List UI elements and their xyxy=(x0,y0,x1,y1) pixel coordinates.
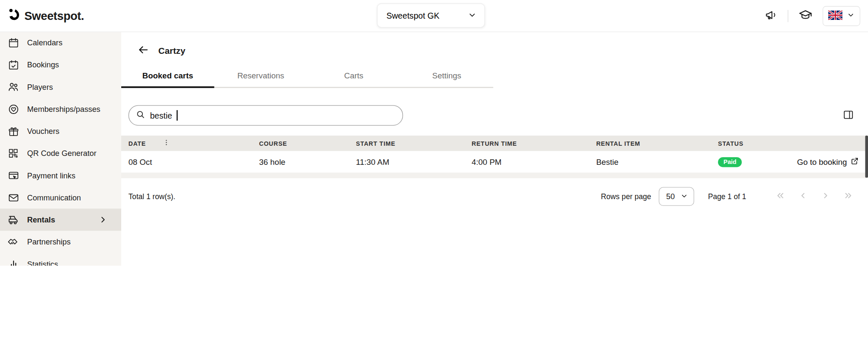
table-header-return-time: RETURN TIME xyxy=(472,140,596,147)
sweetspot-logo-icon xyxy=(7,8,21,24)
cell-status: Paid xyxy=(718,157,789,167)
organization-select-value: Sweetspot GK xyxy=(387,11,440,20)
payment-link-icon xyxy=(7,169,19,181)
table-row[interactable]: 08 Oct 36 hole 11:30 AM 4:00 PM Bestie P… xyxy=(121,151,868,173)
column-menu-button[interactable] xyxy=(160,139,172,148)
sidebar-item-label: Rentals xyxy=(27,215,55,224)
brand-name: Sweetspot. xyxy=(24,9,84,22)
announcements-button[interactable] xyxy=(762,6,780,25)
envelope-icon xyxy=(7,192,19,203)
sidebar-item-vouchers[interactable]: Vouchers xyxy=(0,120,121,142)
sidebar-item-label: Communication xyxy=(27,193,81,202)
sidebar-item-label: Players xyxy=(27,83,53,92)
table-header-course: COURSE xyxy=(259,140,356,147)
main-content: Cartzy Booked carts Reservations Carts S… xyxy=(121,31,868,266)
rentals-table: DATE COURSE START TIME RETURN TIME RENTA… xyxy=(121,136,868,178)
graduation-cap-icon xyxy=(798,8,812,24)
calendar-icon xyxy=(7,37,19,48)
sidebar-item-bookings[interactable]: Bookings xyxy=(0,54,121,76)
page-info-text: Page 1 of 1 xyxy=(708,192,746,201)
sidebar-item-rentals[interactable]: Rentals xyxy=(0,208,121,230)
sidebar-item-players[interactable]: Players xyxy=(0,76,121,98)
rows-per-page-select[interactable]: 50 xyxy=(659,187,694,205)
columns-icon xyxy=(843,109,854,122)
rows-per-page-label: Rows per page xyxy=(601,192,651,201)
search-input[interactable]: bestie xyxy=(128,105,403,125)
chevrons-left-icon xyxy=(775,190,786,203)
golf-cart-icon xyxy=(7,214,19,226)
table-header-status: STATUS xyxy=(718,140,789,147)
sidebar-item-communication[interactable]: Communication xyxy=(0,186,121,208)
academy-button[interactable] xyxy=(796,6,815,26)
toolbar: bestie xyxy=(121,105,868,125)
sidebar-item-qr-code-generator[interactable]: QR Code Generator xyxy=(0,142,121,164)
go-to-booking-label: Go to booking xyxy=(797,158,847,167)
uk-flag-icon xyxy=(828,10,843,21)
cell-return-time: 4:00 PM xyxy=(472,158,596,167)
table-scrollbar[interactable] xyxy=(865,136,868,178)
language-select[interactable] xyxy=(823,6,860,26)
handshake-icon xyxy=(7,236,19,248)
cell-date: 08 Oct xyxy=(128,158,259,167)
sidebar-item-label: Payment links xyxy=(27,171,75,180)
tab-bar: Booked carts Reservations Carts Settings xyxy=(121,67,493,88)
search-value: bestie xyxy=(150,111,172,120)
status-badge: Paid xyxy=(718,157,742,167)
brand-logo[interactable]: Sweetspot. xyxy=(7,8,84,24)
sidebar-item-partnerships[interactable]: Partnerships xyxy=(0,231,121,253)
sidebar-item-calendars[interactable]: Calendars xyxy=(0,31,121,53)
sidebar-item-memberships[interactable]: Memberships/passes xyxy=(0,98,121,120)
tab-booked-carts[interactable]: Booked carts xyxy=(121,67,214,88)
rows-per-page-value: 50 xyxy=(666,192,675,201)
previous-page-button[interactable] xyxy=(796,189,809,204)
external-link-icon xyxy=(850,157,859,167)
calendar-check-icon xyxy=(7,59,19,70)
tab-settings[interactable]: Settings xyxy=(400,67,493,88)
tab-reservations[interactable]: Reservations xyxy=(214,67,307,88)
topbar-divider xyxy=(788,10,788,22)
chevrons-right-icon xyxy=(843,190,854,203)
cell-rental-item: Bestie xyxy=(596,158,718,167)
tab-carts[interactable]: Carts xyxy=(307,67,400,88)
sidebar-item-label: Memberships/passes xyxy=(27,105,100,114)
sidebar-item-statistics[interactable]: Statistics xyxy=(0,253,121,266)
sidebar-item-payment-links[interactable]: Payment links xyxy=(0,164,121,186)
next-page-button[interactable] xyxy=(819,189,832,204)
app-window: Sweetspot. Sweetspot GK xyxy=(0,0,868,266)
sidebar-item-label: Calendars xyxy=(27,38,62,47)
topbar-actions xyxy=(762,6,860,26)
page-title: Cartzy xyxy=(159,46,186,56)
back-button[interactable] xyxy=(136,43,150,59)
text-caret xyxy=(177,110,178,121)
chevron-right-icon xyxy=(821,190,831,203)
qr-code-icon xyxy=(7,148,19,159)
table-footer: Total 1 row(s). Rows per page 50 Page 1 … xyxy=(121,187,868,205)
sidebar-item-label: QR Code Generator xyxy=(27,149,97,158)
total-rows-text: Total 1 row(s). xyxy=(128,192,175,201)
arrow-left-icon xyxy=(137,44,150,58)
chevron-right-icon xyxy=(97,215,109,224)
table-header-rental-item: RENTAL ITEM xyxy=(596,140,718,147)
last-page-button[interactable] xyxy=(842,189,855,204)
sidebar: Calendars Bookings Players Memberships/p… xyxy=(0,31,121,266)
sidebar-item-label: Partnerships xyxy=(27,237,71,246)
sidebar-item-label: Statistics xyxy=(27,260,58,266)
chevron-down-icon xyxy=(680,192,688,201)
organization-select[interactable]: Sweetspot GK xyxy=(377,3,485,28)
gift-icon xyxy=(7,125,19,137)
view-columns-button[interactable] xyxy=(841,108,855,123)
membership-badge-icon xyxy=(7,103,19,115)
topbar: Sweetspot. Sweetspot GK xyxy=(0,0,868,32)
table-header-start-time: START TIME xyxy=(356,140,472,147)
dots-vertical-icon xyxy=(162,139,170,148)
go-to-booking-link[interactable]: Go to booking xyxy=(797,157,868,167)
page-header: Cartzy xyxy=(121,31,868,63)
first-page-button[interactable] xyxy=(774,189,787,204)
table-header-row: DATE COURSE START TIME RETURN TIME RENTA… xyxy=(121,136,868,151)
chevron-down-icon xyxy=(468,10,477,21)
chevron-left-icon xyxy=(798,190,808,203)
pagination-controls: Rows per page 50 Page 1 of 1 xyxy=(601,187,855,205)
users-icon xyxy=(7,81,19,93)
cell-start-time: 11:30 AM xyxy=(356,158,472,167)
sidebar-item-label: Vouchers xyxy=(27,127,59,136)
